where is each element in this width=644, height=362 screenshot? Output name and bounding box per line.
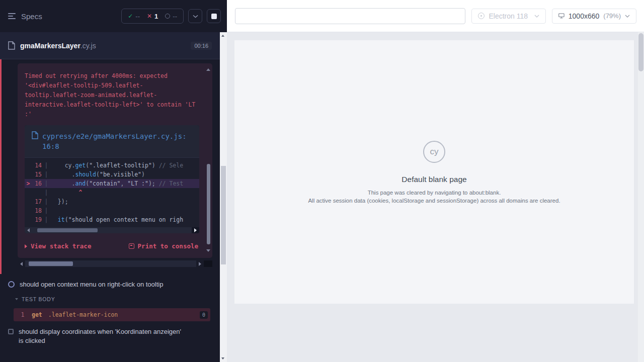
- scroll-right-icon[interactable]: [196, 260, 204, 267]
- command-number: 1: [14, 311, 32, 318]
- stop-icon: [211, 14, 217, 19]
- print-to-console-button[interactable]: Print to console: [129, 242, 198, 250]
- chevron-down-icon: [15, 298, 18, 300]
- url-toolbar: Electron 118 1000x660 (79%): [227, 0, 644, 32]
- test-item-running[interactable]: should open context menu on right-click …: [0, 274, 220, 290]
- cypress-logo: cy: [423, 141, 445, 163]
- spec-extension: .cy.js: [80, 42, 96, 50]
- file-icon: [8, 41, 15, 50]
- blank-page-title: Default blank page: [401, 175, 466, 184]
- spec-header[interactable]: gmaMarkersLayer.cy.js 00:16: [0, 32, 220, 59]
- command-badge: 0: [200, 311, 208, 319]
- failed-test-attempt: Timed out retrying after 4000ms: expecte…: [0, 59, 220, 274]
- scroll-up-icon[interactable]: [221, 35, 224, 37]
- stat-pending: --: [165, 13, 177, 20]
- file-icon: [32, 131, 38, 139]
- scrollbar-thumb[interactable]: [638, 33, 643, 71]
- error-panel: Timed out retrying after 4000ms: expecte…: [18, 63, 212, 258]
- blank-page-content: cy Default blank page This page was clea…: [234, 40, 634, 205]
- stop-button[interactable]: [207, 9, 221, 23]
- code-lines: 14| cy.get(".leaflet-tooltip") // Sele15…: [25, 158, 199, 227]
- scroll-down-icon[interactable]: [221, 357, 224, 359]
- spec-duration: 00:16: [191, 42, 212, 50]
- failed-count: 1: [154, 13, 158, 20]
- view-stack-trace-link[interactable]: View stack trace: [25, 242, 91, 250]
- description-line-1: This page was cleared by navigating to a…: [308, 189, 560, 197]
- check-icon: ✓: [128, 13, 133, 20]
- collapse-all-button[interactable]: [188, 9, 202, 23]
- test-item-pending[interactable]: should display coordinates when 'Koordin…: [0, 321, 220, 346]
- viewport-size: 1000x660: [569, 12, 600, 20]
- blank-page-description: This page was cleared by navigating to a…: [308, 189, 560, 205]
- error-horizontal-scrollbar[interactable]: [18, 260, 212, 267]
- circle-icon: [165, 14, 170, 19]
- code-frame: cypress/e2e/gmaMarkersLayer.cy.js:16:8 1…: [25, 125, 199, 233]
- viewport-selector[interactable]: 1000x660 (79%): [552, 9, 636, 24]
- browser-label: Electron 118: [489, 12, 528, 20]
- passed-count: --: [135, 13, 140, 20]
- specs-list-icon[interactable]: [8, 13, 16, 19]
- scrollbar-thumb[interactable]: [207, 164, 210, 245]
- code-horizontal-scrollbar[interactable]: [25, 227, 199, 233]
- browser-selector[interactable]: Electron 118: [471, 9, 546, 24]
- aut-container: cy Default blank page This page was clea…: [227, 32, 638, 362]
- reporter-panel: Specs ✓ -- ✕ 1 -- gmaMarkersLayer.: [0, 0, 227, 362]
- scrollbar-thumb[interactable]: [221, 166, 226, 264]
- description-line-2: All active session data (cookies, localS…: [308, 197, 560, 205]
- test-title: should open context menu on right-click …: [20, 280, 163, 289]
- scrollbar-corner: [204, 260, 212, 267]
- stat-passed: ✓ --: [128, 13, 140, 20]
- viewport-scale: (79%): [603, 12, 621, 20]
- error-actions: View stack trace Print to console: [25, 242, 204, 250]
- scroll-left-icon[interactable]: [25, 227, 32, 233]
- chevron-right-icon: [25, 244, 27, 248]
- specs-label[interactable]: Specs: [21, 12, 42, 21]
- reporter-content: gmaMarkersLayer.cy.js 00:16 Timed out re…: [0, 32, 220, 346]
- viewport-icon: [558, 12, 565, 20]
- pending-count: --: [173, 13, 177, 20]
- scroll-left-icon[interactable]: [18, 260, 25, 267]
- command-log-row[interactable]: 1 get .leaflet-marker-icon 0: [14, 308, 210, 321]
- spinner-icon: [8, 281, 15, 288]
- url-input[interactable]: [235, 8, 465, 24]
- test-body-toggle[interactable]: TEST BODY: [0, 290, 220, 304]
- scrollbar-thumb[interactable]: [37, 228, 98, 232]
- cross-icon: ✕: [147, 13, 152, 20]
- console-icon: [129, 243, 134, 249]
- reporter-scrollbar[interactable]: [220, 32, 227, 362]
- code-frame-header: cypress/e2e/gmaMarkersLayer.cy.js:16:8: [25, 125, 199, 158]
- test-body-label: TEST BODY: [22, 296, 55, 302]
- pending-icon: [8, 329, 14, 334]
- aut-iframe: cy Default blank page This page was clea…: [234, 40, 634, 304]
- error-vertical-scrollbar[interactable]: [206, 68, 211, 252]
- stat-failed: ✕ 1: [147, 13, 158, 20]
- scrollbar-thumb[interactable]: [29, 261, 73, 266]
- test-title: should display coordinates when 'Koordin…: [19, 327, 185, 345]
- error-message: Timed out retrying after 4000ms: expecte…: [25, 71, 204, 119]
- electron-icon: [478, 13, 485, 19]
- scroll-up-icon[interactable]: [206, 68, 210, 71]
- reporter-header: Specs ✓ -- ✕ 1 --: [0, 0, 227, 32]
- scroll-right-icon[interactable]: [192, 227, 199, 233]
- page-scrollbar[interactable]: [638, 32, 644, 362]
- chevron-down-icon: [534, 15, 539, 18]
- code-frame-file-link[interactable]: cypress/e2e/gmaMarkersLayer.cy.js:16:8: [42, 131, 187, 151]
- chevron-down-icon: [625, 15, 630, 18]
- spec-name: gmaMarkersLayer.cy.js: [20, 42, 96, 50]
- command-name: get: [32, 311, 42, 318]
- scroll-down-icon[interactable]: [206, 249, 210, 252]
- test-stats: ✓ -- ✕ 1 --: [121, 9, 184, 24]
- command-message: .leaflet-marker-icon: [48, 311, 200, 318]
